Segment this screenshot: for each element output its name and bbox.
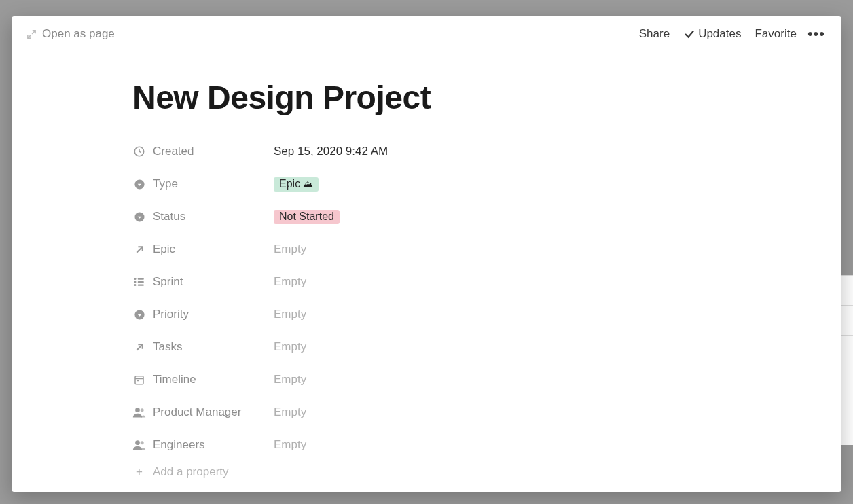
property-row: EngineersEmpty	[132, 429, 650, 461]
property-list: CreatedSep 15, 2020 9:42 AMTypeEpic⛰Stat…	[132, 135, 650, 461]
property-label-text: Status	[153, 210, 185, 223]
select-icon	[132, 308, 146, 321]
share-button[interactable]: Share	[632, 24, 676, 43]
property-value[interactable]: Epic⛰	[274, 177, 319, 192]
expand-icon	[26, 29, 37, 39]
svg-point-12	[141, 408, 144, 412]
property-value[interactable]: Empty	[274, 373, 306, 386]
property-row: StatusNot Started	[132, 200, 650, 233]
property-value[interactable]: Empty	[274, 438, 306, 452]
property-value[interactable]: Empty	[274, 340, 306, 354]
select-icon	[132, 177, 146, 191]
property-row: TypeEpic⛰	[132, 168, 650, 200]
property-label-text: Epic	[153, 242, 175, 256]
property-label[interactable]: Tasks	[132, 340, 274, 354]
more-menu-button[interactable]: •••	[803, 29, 829, 38]
property-label-text: Tasks	[153, 340, 182, 354]
property-row: EpicEmpty	[132, 233, 650, 266]
tag: Not Started	[274, 210, 340, 224]
page-modal: Open as page Share Updates Favorite •••	[12, 16, 841, 492]
svg-rect-6	[138, 281, 144, 283]
svg-rect-8	[138, 284, 144, 285]
more-horizontal-icon: •••	[807, 25, 825, 42]
svg-point-13	[135, 440, 140, 445]
property-value[interactable]: Empty	[274, 275, 306, 289]
open-as-page-label: Open as page	[42, 27, 115, 41]
favorite-button[interactable]: Favorite	[748, 24, 803, 43]
svg-rect-4	[138, 278, 144, 279]
svg-point-3	[134, 278, 137, 280]
property-label-text: Sprint	[153, 275, 183, 289]
property-label-text: Timeline	[153, 373, 196, 386]
arrow-icon	[132, 242, 146, 256]
svg-point-11	[135, 408, 140, 412]
property-label-text: Engineers	[153, 438, 205, 452]
property-row: TimelineEmpty	[132, 363, 650, 396]
property-value[interactable]: Empty	[274, 242, 306, 256]
property-label[interactable]: Epic	[132, 242, 274, 256]
page-content: New Design Project CreatedSep 15, 2020 9…	[12, 52, 650, 492]
property-label[interactable]: Sprint	[132, 275, 274, 289]
plus-icon: +	[132, 465, 146, 479]
clock-icon	[132, 145, 146, 158]
checkmark-icon	[683, 28, 695, 40]
property-label[interactable]: Timeline	[132, 373, 274, 386]
people-icon	[132, 438, 146, 452]
svg-point-7	[134, 284, 137, 286]
property-label[interactable]: Status	[132, 210, 274, 223]
property-row: SprintEmpty	[132, 266, 650, 298]
modal-backdrop: Open as page Share Updates Favorite •••	[0, 0, 853, 504]
property-row: Product ManagerEmpty	[132, 396, 650, 429]
background-table-peek	[841, 275, 853, 445]
property-row: TasksEmpty	[132, 331, 650, 363]
add-property-button[interactable]: + Add a property	[132, 465, 650, 479]
property-label-text: Product Manager	[153, 406, 241, 419]
property-label[interactable]: Priority	[132, 308, 274, 321]
property-label[interactable]: Engineers	[132, 438, 274, 452]
updates-button[interactable]: Updates	[676, 24, 748, 43]
svg-point-5	[134, 281, 137, 283]
page-title[interactable]: New Design Project	[132, 79, 650, 116]
content-spacer	[132, 479, 650, 492]
select-icon	[132, 210, 146, 223]
property-label[interactable]: Product Manager	[132, 406, 274, 419]
tag: Epic⛰	[274, 177, 319, 192]
people-icon	[132, 406, 146, 419]
add-property-label: Add a property	[153, 465, 229, 479]
property-value[interactable]: Sep 15, 2020 9:42 AM	[274, 145, 388, 158]
arrow-icon	[132, 340, 146, 354]
property-label-text: Priority	[153, 308, 189, 321]
calendar-icon	[132, 373, 146, 386]
list-icon	[132, 275, 146, 289]
property-row: CreatedSep 15, 2020 9:42 AM	[132, 135, 650, 168]
open-as-page-button[interactable]: Open as page	[26, 27, 115, 41]
property-label-text: Created	[153, 145, 194, 158]
modal-scroll-area[interactable]: New Design Project CreatedSep 15, 2020 9…	[12, 52, 841, 492]
property-label[interactable]: Created	[132, 145, 274, 158]
property-value[interactable]: Empty	[274, 406, 306, 419]
property-label[interactable]: Type	[132, 177, 274, 191]
property-label-text: Type	[153, 177, 178, 191]
svg-point-14	[141, 441, 144, 444]
property-row: PriorityEmpty	[132, 298, 650, 331]
modal-topbar: Open as page Share Updates Favorite •••	[12, 16, 841, 52]
tag-emoji: ⛰	[303, 178, 313, 190]
property-value[interactable]: Not Started	[274, 210, 340, 224]
property-value[interactable]: Empty	[274, 308, 306, 321]
